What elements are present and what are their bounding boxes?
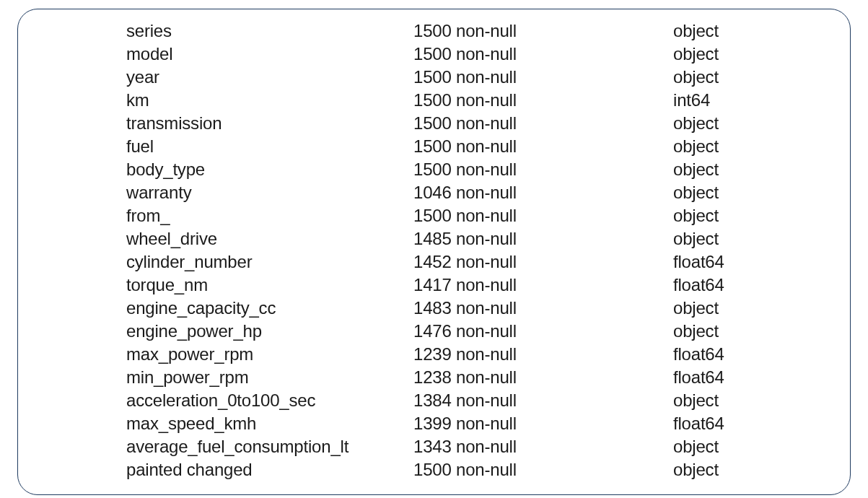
column-dtype: float64 — [673, 343, 836, 366]
column-dtype: float64 — [673, 250, 836, 274]
column-count: 1452 non-null — [413, 250, 673, 274]
dataframe-info-box: series 1500 non-null object model 1500 n… — [17, 9, 851, 495]
column-dtype: object — [673, 435, 836, 458]
column-row: transmission 1500 non-null object — [126, 112, 836, 135]
column-dtype: object — [673, 158, 836, 181]
column-name: acceleration_0to100_sec — [126, 389, 413, 412]
column-dtype: object — [673, 135, 836, 158]
column-row: series 1500 non-null object — [126, 19, 836, 43]
column-name: torque_nm — [126, 274, 413, 297]
column-name: wheel_drive — [126, 227, 413, 250]
column-dtype: object — [673, 389, 836, 412]
column-row: engine_capacity_cc 1483 non-null object — [126, 297, 836, 320]
column-row: min_power_rpm 1238 non-null float64 — [126, 366, 836, 389]
column-count: 1500 non-null — [413, 112, 673, 135]
column-count: 1500 non-null — [413, 458, 673, 481]
column-name: min_power_rpm — [126, 366, 413, 389]
column-dtype: object — [673, 204, 836, 227]
column-count: 1500 non-null — [413, 19, 673, 43]
column-count: 1399 non-null — [413, 412, 673, 435]
column-dtype: int64 — [673, 89, 836, 112]
column-name: from_ — [126, 204, 413, 227]
column-row: torque_nm 1417 non-null float64 — [126, 274, 836, 297]
column-row: max_speed_kmh 1399 non-null float64 — [126, 412, 836, 435]
column-count: 1343 non-null — [413, 435, 673, 458]
column-name: max_power_rpm — [126, 343, 413, 366]
column-count: 1417 non-null — [413, 274, 673, 297]
column-row: km 1500 non-null int64 — [126, 89, 836, 112]
column-count: 1500 non-null — [413, 89, 673, 112]
column-name: fuel — [126, 135, 413, 158]
column-name: warranty — [126, 181, 413, 204]
column-row: year 1500 non-null object — [126, 66, 836, 89]
column-name: max_speed_kmh — [126, 412, 413, 435]
column-name: km — [126, 89, 413, 112]
column-count: 1239 non-null — [413, 343, 673, 366]
column-dtype: object — [673, 19, 836, 43]
column-dtype: object — [673, 297, 836, 320]
column-name: painted changed — [126, 458, 413, 481]
column-name: cylinder_number — [126, 250, 413, 274]
column-count: 1238 non-null — [413, 366, 673, 389]
column-row: model 1500 non-null object — [126, 43, 836, 66]
column-count: 1500 non-null — [413, 135, 673, 158]
column-count: 1483 non-null — [413, 297, 673, 320]
column-row: average_fuel_consumption_lt 1343 non-nul… — [126, 435, 836, 458]
column-count: 1500 non-null — [413, 66, 673, 89]
column-dtype: object — [673, 66, 836, 89]
column-dtype: float64 — [673, 274, 836, 297]
column-dtype: object — [673, 43, 836, 66]
column-row: painted changed 1500 non-null object — [126, 458, 836, 481]
column-count: 1384 non-null — [413, 389, 673, 412]
column-name: average_fuel_consumption_lt — [126, 435, 413, 458]
column-row: warranty 1046 non-null object — [126, 181, 836, 204]
column-count: 1046 non-null — [413, 181, 673, 204]
column-dtype: object — [673, 112, 836, 135]
column-dtype: object — [673, 458, 836, 481]
column-count: 1500 non-null — [413, 204, 673, 227]
column-row: wheel_drive 1485 non-null object — [126, 227, 836, 250]
column-dtype: object — [673, 227, 836, 250]
column-count: 1500 non-null — [413, 43, 673, 66]
column-row: body_type 1500 non-null object — [126, 158, 836, 181]
column-dtype: float64 — [673, 366, 836, 389]
column-row: fuel 1500 non-null object — [126, 135, 836, 158]
column-count: 1500 non-null — [413, 158, 673, 181]
column-name: series — [126, 19, 413, 43]
column-name: model — [126, 43, 413, 66]
column-row: from_ 1500 non-null object — [126, 204, 836, 227]
column-row: acceleration_0to100_sec 1384 non-null ob… — [126, 389, 836, 412]
column-row: engine_power_hp 1476 non-null object — [126, 320, 836, 343]
column-count: 1476 non-null — [413, 320, 673, 343]
column-name: engine_capacity_cc — [126, 297, 413, 320]
column-count: 1485 non-null — [413, 227, 673, 250]
column-dtype: object — [673, 181, 836, 204]
column-dtype: object — [673, 320, 836, 343]
column-name: year — [126, 66, 413, 89]
column-row: cylinder_number 1452 non-null float64 — [126, 250, 836, 274]
column-name: body_type — [126, 158, 413, 181]
column-dtype: float64 — [673, 412, 836, 435]
column-name: engine_power_hp — [126, 320, 413, 343]
column-row: max_power_rpm 1239 non-null float64 — [126, 343, 836, 366]
column-name: transmission — [126, 112, 413, 135]
